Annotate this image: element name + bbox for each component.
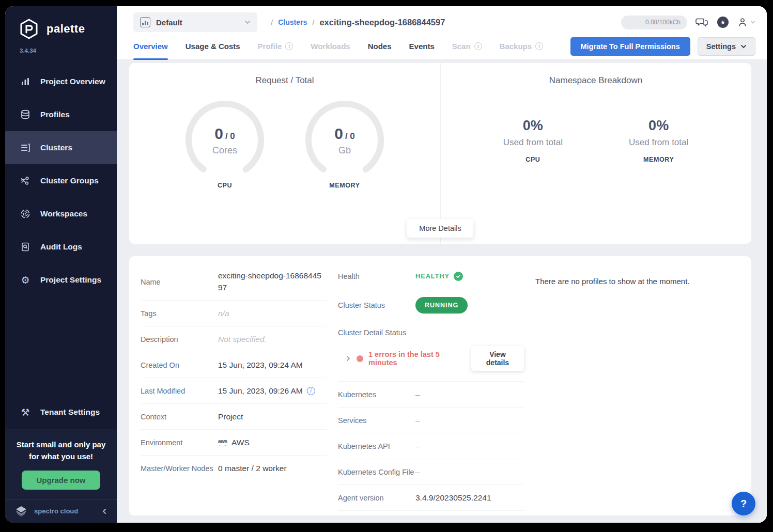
breadcrumb: / Clusters / exciting-sheepdog-168684459… xyxy=(271,18,445,27)
tab-scan[interactable]: Scan xyxy=(452,33,482,59)
info-icon xyxy=(285,42,293,50)
credits-badge: 0.08/100kCh xyxy=(621,15,687,29)
sidebar-item-profiles[interactable]: Profiles xyxy=(5,98,117,131)
sidebar-item-label: Profiles xyxy=(40,110,70,119)
detail-row-context: Context Project xyxy=(141,404,327,430)
settings-button[interactable]: Settings xyxy=(698,37,755,56)
sidebar-item-project-settings[interactable]: ⚙ Project Settings xyxy=(5,263,117,296)
details-middle-column: Health HEALTHY Cluster Status RUNNING xyxy=(338,263,524,515)
gauge-arc: 0/ 0 Cores xyxy=(184,101,266,179)
detail-row-tags: Tags n/a xyxy=(141,301,327,326)
chevron-left-icon[interactable] xyxy=(101,508,107,514)
sidebar-item-audit-logs[interactable]: Audit Logs xyxy=(5,230,117,263)
migrate-permissions-button[interactable]: Migrate To Full Permissions xyxy=(570,37,690,56)
network-icon xyxy=(20,175,31,186)
sidebar-nav: Project Overview Profiles Clusters Clust… xyxy=(5,65,117,296)
breadcrumb-clusters-link[interactable]: Clusters xyxy=(278,18,307,26)
chat-icon[interactable] xyxy=(695,16,709,28)
info-icon[interactable] xyxy=(307,387,315,395)
project-selector[interactable]: Default xyxy=(133,12,257,32)
detail-row-services: Services – xyxy=(338,408,524,433)
detail-row-agent-version: Agent version 3.4.9/20230525.2241 xyxy=(338,485,524,511)
gauge-center: 0/ 0 Cores xyxy=(184,125,266,156)
content: Request / Total 0/ 0 Cores xyxy=(117,60,767,523)
detail-row-health: Health HEALTHY xyxy=(338,263,524,289)
request-total-section: Request / Total 0/ 0 Cores xyxy=(129,63,440,244)
sidebar-item-clusters[interactable]: Clusters xyxy=(5,131,117,164)
chart-box-icon xyxy=(140,17,150,27)
gauge-arc: 0/ 0 Gb xyxy=(304,101,385,179)
sidebar-item-workspaces[interactable]: Workspaces xyxy=(5,197,117,230)
upgrade-now-button[interactable]: Upgrade now xyxy=(22,471,100,490)
tab-backups[interactable]: Backups xyxy=(500,33,544,59)
gauges-row: 0/ 0 Cores CPU xyxy=(184,101,385,189)
detail-row-kubernetes-api: Kubernetes API – xyxy=(338,433,524,459)
gauge-metric-label: MEMORY xyxy=(304,182,385,189)
chevron-down-icon xyxy=(244,19,251,25)
cluster-details-card: Name exciting-sheepdog-1686844597 Tags n… xyxy=(129,256,751,515)
star-circle-icon[interactable]: ★ xyxy=(717,17,729,28)
sidebar-item-project-overview[interactable]: Project Overview xyxy=(5,65,117,98)
list-icon xyxy=(20,142,31,153)
aws-logo-icon: aws xyxy=(218,439,227,446)
detail-row-cluster-status: Cluster Status RUNNING xyxy=(338,289,524,321)
brand-text: spectro cloud xyxy=(34,507,78,515)
namespace-stats-row: 0% Used from total CPU 0% Used from tota… xyxy=(503,118,689,163)
tabbar-actions: Migrate To Full Permissions Settings xyxy=(570,33,756,59)
overview-card: Request / Total 0/ 0 Cores xyxy=(129,63,751,244)
card-divider xyxy=(440,63,441,244)
cpu-gauge: 0/ 0 Cores CPU xyxy=(184,101,266,189)
gauge-metric-label: CPU xyxy=(184,182,266,189)
chevron-down-icon xyxy=(740,43,747,50)
sidebar-footer: spectro cloud xyxy=(5,499,117,523)
sidebar: palette 3.4.34 Project Overview Profiles xyxy=(5,6,117,523)
app-version: 3.4.34 xyxy=(5,40,117,54)
sidebar-item-label: Tenant Settings xyxy=(40,408,100,417)
more-details-button[interactable]: More Details xyxy=(407,219,473,238)
detail-row-kubernetes-config: Kubernetes Config File – xyxy=(338,459,524,485)
sidebar-item-label: Project Overview xyxy=(40,77,105,86)
gauge-center: 0/ 0 Gb xyxy=(304,125,385,156)
audit-doc-icon xyxy=(20,241,31,253)
tab-profile[interactable]: Profile xyxy=(258,33,293,59)
sidebar-item-cluster-groups[interactable]: Cluster Groups xyxy=(5,164,117,197)
cluster-detail-status-block: Cluster Detail Status 1 errors in the la… xyxy=(338,321,524,382)
sidebar-item-label: Clusters xyxy=(40,143,72,152)
health-status-text: HEALTHY xyxy=(415,272,450,280)
error-message: 1 errors in the last 5 minutes xyxy=(368,350,463,367)
view-details-button[interactable]: View details xyxy=(471,346,524,371)
app-window: palette 3.4.34 Project Overview Profiles xyxy=(5,6,767,523)
user-icon xyxy=(737,17,748,28)
memory-gauge: 0/ 0 Gb MEMORY xyxy=(304,101,385,189)
tab-usage-costs[interactable]: Usage & Costs xyxy=(185,33,240,59)
tab-nodes[interactable]: Nodes xyxy=(368,33,392,59)
tab-overview[interactable]: Overview xyxy=(133,33,168,59)
info-icon xyxy=(474,42,482,50)
tabbar: Overview Usage & Costs Profile Workloads… xyxy=(117,33,767,60)
layers-db-icon xyxy=(20,109,31,120)
chevron-right-icon[interactable] xyxy=(345,355,351,362)
breadcrumb-separator: / xyxy=(271,18,273,27)
details-right-column: There are no profiles to show at the mom… xyxy=(535,263,736,515)
main-area: Default / Clusters / exciting-sheepdog-1… xyxy=(117,6,767,523)
tab-workloads[interactable]: Workloads xyxy=(311,33,350,59)
error-row: 1 errors in the last 5 minutes View deta… xyxy=(338,346,524,371)
cpu-usage-stat: 0% Used from total CPU xyxy=(503,118,563,163)
detail-row-last-modified: Last Modified 15 Jun, 2023, 09:26 AM xyxy=(141,378,327,404)
topbar: Default / Clusters / exciting-sheepdog-1… xyxy=(117,6,767,33)
detail-row-environment: Environment aws AWS xyxy=(141,430,327,456)
error-dot-icon xyxy=(357,355,363,362)
detail-row-name: Name exciting-sheepdog-1686844597 xyxy=(141,263,327,301)
user-menu[interactable] xyxy=(737,17,755,28)
profiles-empty-message: There are no profiles to show at the mom… xyxy=(535,263,736,286)
chevron-down-icon xyxy=(750,20,755,25)
details-left-column: Name exciting-sheepdog-1686844597 Tags n… xyxy=(141,263,327,515)
palette-logo: palette xyxy=(5,6,117,40)
target-icon xyxy=(20,208,31,220)
check-circle-icon xyxy=(454,272,463,281)
tabs: Overview Usage & Costs Profile Workloads… xyxy=(133,33,543,59)
memory-usage-stat: 0% Used from total MEMORY xyxy=(629,118,688,163)
tab-events[interactable]: Events xyxy=(409,33,435,59)
help-button[interactable]: ? xyxy=(732,492,755,515)
sidebar-item-tenant-settings[interactable]: ⚒ Tenant Settings xyxy=(5,396,117,429)
